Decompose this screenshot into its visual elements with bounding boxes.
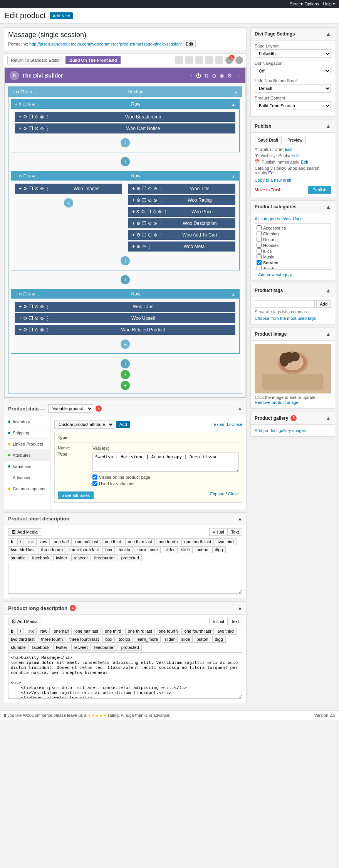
attr-type-select[interactable]: Custom product attribute <box>54 420 114 429</box>
cat-tshirts[interactable]: Tshirts <box>257 266 329 270</box>
mod-ups-dis[interactable]: ⊙ <box>35 316 39 321</box>
row2-trash-icon[interactable]: ⊗ <box>32 174 35 178</box>
mod-tabs-trash[interactable]: ⊗ <box>40 304 44 309</box>
mod-trash[interactable]: ⊗ <box>40 114 44 120</box>
fmt-slider[interactable]: slider <box>162 546 177 553</box>
cat-music-check[interactable] <box>257 254 262 259</box>
save-draft-btn[interactable]: Save Draft <box>255 136 282 144</box>
move-trash-link[interactable]: Move to Trash <box>255 187 282 192</box>
row3-collapse-icon[interactable] <box>232 292 235 296</box>
mod-t-plus[interactable]: + <box>132 186 135 191</box>
lfmt-one-half-last[interactable]: one half last <box>73 628 101 635</box>
attr-expand-close2[interactable]: Expand / Close <box>210 491 239 496</box>
long-add-media-btn[interactable]: 🖼 Add Media <box>8 618 41 625</box>
row3-plus-btn-1[interactable]: + <box>121 339 130 349</box>
cat-clothing-check[interactable] <box>257 231 262 236</box>
mod-tabs-dup[interactable]: ❐ <box>29 304 33 309</box>
mod-m-dis[interactable]: ⊙ <box>142 244 146 249</box>
fmt-one-fourth[interactable]: one fourth <box>156 538 181 545</box>
short-desc-textarea[interactable] <box>8 563 242 594</box>
fmt-three-fourth[interactable]: three fourth <box>39 546 65 553</box>
pd-nav-inventory[interactable]: Inventory <box>4 416 50 427</box>
row2-collapse-icon[interactable] <box>232 174 235 178</box>
mod2-more[interactable]: ⋮ <box>45 126 50 131</box>
cat-decor-check[interactable] <box>257 237 262 242</box>
short-visual-btn[interactable]: Visual <box>209 528 228 536</box>
add-gallery-images-link[interactable]: Add product gallery images <box>255 428 306 433</box>
mod-c-settings[interactable]: ⚙ <box>136 232 141 238</box>
fmt-one-third[interactable]: one third <box>102 538 124 545</box>
mod-img-plus[interactable]: + <box>19 186 22 191</box>
row3-more-icon[interactable]: ⋮ <box>36 292 40 296</box>
choose-tags-link[interactable]: Choose from the most used tags <box>255 316 316 321</box>
mod-img-dup[interactable]: ❐ <box>29 186 33 191</box>
mod-dup[interactable]: ❐ <box>29 114 33 120</box>
publish-toggle[interactable]: ▲ <box>326 123 331 129</box>
cat-service[interactable]: Service <box>257 260 329 265</box>
cat-music[interactable]: Music <box>257 254 329 259</box>
mod-tabs-dis[interactable]: ⊙ <box>35 304 39 309</box>
fmt-stumble[interactable]: stumble <box>8 554 29 561</box>
mod-img-more[interactable]: ⋮ <box>45 186 50 191</box>
screen-options-btn[interactable]: Screen Options <box>290 2 319 7</box>
build-frontend-button[interactable]: Build On The Front End <box>65 56 121 64</box>
fmt-tooltip[interactable]: tooltip <box>116 546 133 553</box>
mod-r-settings[interactable]: ⚙ <box>136 198 141 203</box>
mod-plus[interactable]: + <box>19 114 22 120</box>
divi-settings-toggle[interactable]: ▲ <box>326 31 331 37</box>
tag-add-btn[interactable]: Add <box>316 300 331 308</box>
mod2-plus[interactable]: + <box>19 126 22 131</box>
lfmt-stumble[interactable]: stumble <box>8 644 29 651</box>
page-layout-select[interactable]: Fullwidth Default <box>255 49 331 58</box>
attr-used-var-checkbox[interactable] <box>92 481 97 486</box>
lfmt-learn-more[interactable]: learn_more <box>134 636 161 643</box>
mod-c-dup[interactable]: ❐ <box>142 232 146 238</box>
attr-visible-checkbox[interactable] <box>92 475 97 480</box>
lfmt-one-fourth-last[interactable]: one fourth last <box>181 628 214 635</box>
lfmt-tooltip[interactable]: tooltip <box>116 636 133 643</box>
divi-trash-icon[interactable]: ⊗ <box>220 73 224 79</box>
mod-tabs-settings[interactable]: ⚙ <box>23 304 27 309</box>
cat-hoodies[interactable]: Hoodies <box>257 243 329 248</box>
row1-collapse-icon[interactable] <box>232 102 235 106</box>
col-left-plus-btn[interactable]: + <box>64 198 73 208</box>
section-plus-icon[interactable]: + <box>12 90 15 94</box>
status-edit-link[interactable]: Edit <box>285 147 292 152</box>
remove-product-image-link[interactable]: Remove product image <box>255 400 299 405</box>
mod-more[interactable]: ⋮ <box>45 114 50 120</box>
pd-nav-advanced[interactable]: Advanced <box>4 472 50 483</box>
pd-nav-variations[interactable]: Variations <box>4 461 50 472</box>
fmt-one-third-last[interactable]: one third last <box>125 538 155 545</box>
mod-p-settings[interactable]: ⚙ <box>141 209 145 214</box>
categories-toggle[interactable]: ▲ <box>326 204 331 210</box>
lfmt-raw[interactable]: raw <box>38 628 50 635</box>
hide-nav-select[interactable]: Default Yes No <box>255 84 331 93</box>
mod-settings[interactable]: ⚙ <box>23 114 27 120</box>
mod-rel-dis[interactable]: ⊙ <box>35 327 39 333</box>
fmt-slide[interactable]: slide <box>179 546 193 553</box>
mod-r-plus[interactable]: + <box>132 198 135 203</box>
window-icon[interactable] <box>205 56 213 64</box>
long-visual-btn[interactable]: Visual <box>209 618 228 625</box>
mod-d-more[interactable]: ⋮ <box>159 221 163 226</box>
fmt-button[interactable]: button <box>194 546 211 553</box>
long-text-btn[interactable]: Text <box>228 618 242 625</box>
fmt-retweet[interactable]: retweet <box>71 554 91 561</box>
mod-p-trash[interactable]: ⊗ <box>158 209 162 214</box>
row2-duplicate-icon[interactable]: ❐ <box>23 174 27 178</box>
all-categories-tab[interactable]: All categories <box>255 216 280 221</box>
mod-rel-settings[interactable]: ⚙ <box>23 327 27 333</box>
cat-service-check[interactable] <box>257 260 262 265</box>
attr-expand-close[interactable]: Expand / Close <box>213 422 242 427</box>
row2-plus-button[interactable]: + <box>121 256 130 265</box>
mod-img-dis[interactable]: ⊙ <box>35 186 39 191</box>
mod-img-settings[interactable]: ⚙ <box>23 186 27 191</box>
fmt-one-half[interactable]: one half <box>51 538 71 545</box>
help-btn[interactable]: Help ▾ <box>323 2 335 7</box>
mod-p-plus[interactable]: + <box>132 209 135 214</box>
add-new-category-link[interactable]: + Add new category <box>255 272 292 277</box>
return-standard-editor-button[interactable]: Return To Standard Editor <box>7 56 63 64</box>
cat-accessories[interactable]: Accessories <box>257 225 329 230</box>
section-duplicate-icon[interactable]: ❐ <box>20 90 24 94</box>
circle-icon-1[interactable]: 1 <box>225 56 233 64</box>
